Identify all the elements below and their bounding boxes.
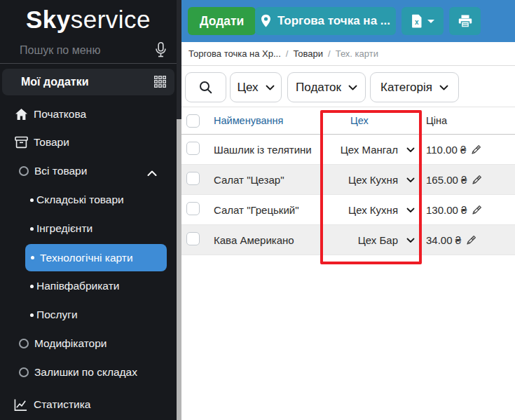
sidebar-item-all-goods[interactable]: Всі товари xyxy=(0,157,177,185)
column-header-price: Ціна xyxy=(426,115,447,126)
row-checkbox[interactable] xyxy=(186,202,200,215)
price-value: 165.00 ₴ xyxy=(426,174,467,186)
workshop-value: Цех Кухня xyxy=(348,204,398,216)
edit-pencil-icon[interactable] xyxy=(471,144,481,155)
row-checkbox[interactable] xyxy=(186,142,200,155)
sidebar-item-modifiers[interactable]: Модифікатори xyxy=(0,330,177,358)
price-value: 34.00 ₴ xyxy=(426,234,461,246)
menu-search xyxy=(0,39,177,62)
chevron-down-icon xyxy=(266,85,275,90)
svg-text:x: x xyxy=(414,18,418,26)
bullet-icon xyxy=(30,227,34,231)
mic-icon[interactable] xyxy=(155,42,167,60)
logo[interactable]: Skyservice xyxy=(0,6,177,34)
filter-workshop-label: Цех xyxy=(237,81,258,95)
bullet-icon xyxy=(30,198,34,202)
app-window: Skyservice Мої додатки По xyxy=(0,0,515,420)
stats-icon xyxy=(14,398,27,412)
print-button[interactable] xyxy=(449,7,481,35)
sidebar-item-ingredients[interactable]: Інгредієнти xyxy=(0,215,177,243)
sidebar-item-label: Товари xyxy=(34,136,69,149)
store-selector-button[interactable]: Торгова точка на ... xyxy=(255,7,396,35)
table-row: Кава Американо Цех Бар 34.00 ₴ xyxy=(181,225,515,255)
edit-pencil-icon[interactable] xyxy=(472,205,482,215)
bullet-icon xyxy=(31,256,34,259)
menu-search-input[interactable] xyxy=(20,41,146,60)
table-row: Шашлик із телятини Цех Мангал 110.00 ₴ xyxy=(181,135,515,165)
breadcrumb-goods[interactable]: Товари xyxy=(293,48,323,59)
table-row: Салат "Цезар" Цех Кухня 165.00 ₴ xyxy=(181,165,515,195)
workshop-dropdown[interactable]: Цех Кухня xyxy=(322,195,415,225)
sidebar-item-label: Складські товари xyxy=(36,194,124,206)
chevron-down-icon xyxy=(406,208,415,213)
table-header: Найменування Цех Ціна xyxy=(181,107,515,135)
sidebar-divider xyxy=(0,63,177,64)
add-button[interactable]: Додати xyxy=(188,7,256,35)
circle-icon xyxy=(19,339,29,348)
item-name: Кава Американо xyxy=(214,234,294,246)
workshop-dropdown[interactable]: Цех Бар xyxy=(322,225,415,255)
filter-workshop-dropdown[interactable]: Цех xyxy=(230,72,282,102)
my-apps-button[interactable]: Мої додатки xyxy=(2,69,174,95)
workshop-value: Цех Бар xyxy=(358,234,398,246)
location-pin-icon xyxy=(261,14,271,28)
column-header-name[interactable]: Найменування xyxy=(214,115,283,126)
sidebar-item-home[interactable]: Початкова xyxy=(0,100,177,128)
sidebar-scrollbar[interactable] xyxy=(177,0,181,420)
sidebar-item-tech-cards-active[interactable]: Технологічні карти xyxy=(25,244,167,271)
workshop-dropdown[interactable]: Цех Мангал xyxy=(322,135,415,165)
main-content: Додати Торгова точка на ... x Торгова то… xyxy=(181,0,515,420)
breadcrumb-store[interactable]: Торгова точка на Хр... xyxy=(188,48,281,59)
breadcrumb-separator: / xyxy=(328,48,331,59)
chevron-down-icon xyxy=(406,238,415,243)
sidebar-item-label: Статистика xyxy=(34,398,90,411)
logo-light: service xyxy=(71,6,151,33)
sidebar-item-services[interactable]: Послуги xyxy=(0,301,177,329)
home-icon xyxy=(15,108,28,121)
edit-pencil-icon[interactable] xyxy=(472,175,482,185)
sidebar-item-warehouse-goods[interactable]: Складські товари xyxy=(0,186,177,214)
row-checkbox[interactable] xyxy=(186,172,200,185)
apps-grid-icon xyxy=(154,76,166,90)
select-all-checkbox[interactable] xyxy=(186,114,200,128)
workshop-dropdown[interactable]: Цех Кухня xyxy=(322,165,415,195)
filter-category-label: Категорія xyxy=(380,81,432,95)
chevron-down-icon xyxy=(406,147,415,153)
scrollbar-thumb[interactable] xyxy=(177,0,181,119)
chevron-down-icon xyxy=(348,85,357,90)
filter-tax-dropdown[interactable]: Податок xyxy=(287,72,366,102)
price-cell: 110.00 ₴ xyxy=(426,135,481,165)
workshop-value: Цех Кухня xyxy=(348,174,398,186)
sidebar-item-label: Технологічні карти xyxy=(40,252,133,264)
sidebar-item-label: Залишки по складах xyxy=(34,366,137,379)
sidebar-item-label: Початкова xyxy=(34,108,86,121)
chevron-up-icon[interactable] xyxy=(147,167,157,179)
row-checkbox[interactable] xyxy=(186,232,200,245)
sidebar-item-stock-by-warehouse[interactable]: Залишки по складах xyxy=(0,358,177,386)
circle-icon xyxy=(19,367,29,377)
excel-file-icon: x xyxy=(411,14,423,28)
breadcrumb-separator: / xyxy=(286,48,289,59)
price-cell: 34.00 ₴ xyxy=(426,225,476,255)
table-row: Салат "Грецький" Цех Кухня 130.00 ₴ xyxy=(181,195,515,225)
sidebar-item-statistics[interactable]: Статистика xyxy=(0,391,177,419)
price-cell: 130.00 ₴ xyxy=(426,195,482,225)
breadcrumb-current: Тех. карти xyxy=(336,48,378,59)
sidebar: Skyservice Мої додатки По xyxy=(0,0,177,420)
price-cell: 165.00 ₴ xyxy=(426,165,482,195)
filter-category-dropdown[interactable]: Категорія xyxy=(370,72,459,102)
export-excel-button[interactable]: x xyxy=(401,7,444,35)
sidebar-item-label: Модифікатори xyxy=(34,337,107,350)
sidebar-item-goods[interactable]: Товари xyxy=(0,128,177,156)
store-selector-label: Торгова точка на ... xyxy=(277,14,390,28)
edit-pencil-icon[interactable] xyxy=(466,235,476,245)
logo-bold: Sky xyxy=(26,6,71,33)
print-icon xyxy=(458,15,472,28)
sidebar-item-label: Інгредієнти xyxy=(36,222,92,235)
caret-down-icon xyxy=(427,20,434,23)
sidebar-item-semi-finished[interactable]: Напівфабрикати xyxy=(0,272,177,300)
chevron-down-icon xyxy=(439,85,448,90)
bullet-icon xyxy=(30,313,34,317)
column-header-workshop[interactable]: Цех xyxy=(350,115,369,126)
search-button[interactable] xyxy=(185,72,226,102)
